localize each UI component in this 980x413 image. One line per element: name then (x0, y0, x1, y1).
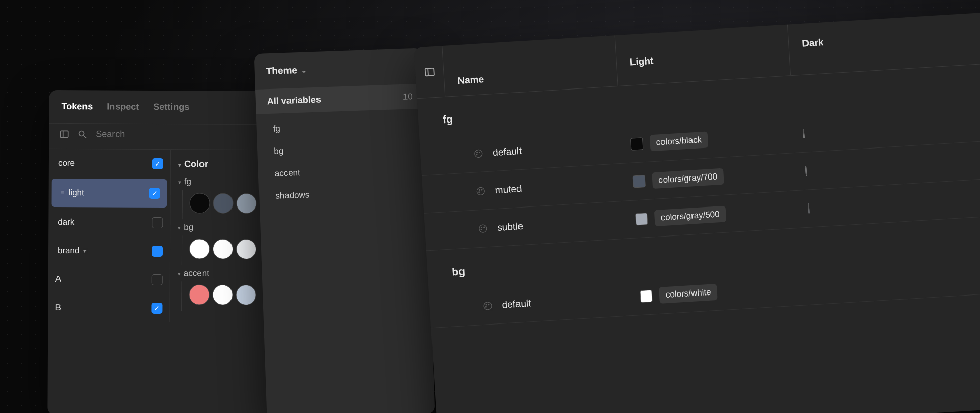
svg-line-5 (428, 68, 428, 76)
color-chip (808, 203, 809, 213)
theme-panel: Theme ⌄ All variables 10 fg bg accent sh… (254, 48, 435, 413)
color-tree: ▾Color ▾fg ▾bg ▾accent (170, 150, 273, 323)
sidebar-toggle-icon[interactable] (59, 129, 69, 139)
svg-point-12 (481, 189, 482, 190)
drag-handle-icon: ≡ (61, 189, 65, 196)
palette-icon (475, 186, 486, 196)
checkbox-checked-icon[interactable]: ✓ (149, 188, 160, 199)
search-input[interactable] (96, 129, 263, 140)
chevron-down-icon: ⌄ (301, 66, 307, 74)
alias-badge[interactable]: colors/gray/700 (652, 168, 724, 189)
swatch[interactable] (212, 285, 233, 305)
caret-down-icon[interactable]: ▾ (178, 179, 181, 185)
color-chip (803, 128, 804, 138)
chevron-down-icon: ▾ (83, 248, 87, 254)
swatch[interactable] (189, 239, 210, 259)
tab-settings[interactable]: Settings (153, 102, 189, 112)
svg-point-19 (486, 304, 487, 305)
svg-point-9 (476, 154, 477, 155)
svg-point-10 (477, 187, 485, 195)
svg-point-8 (479, 152, 480, 153)
svg-rect-4 (425, 68, 434, 76)
sidebar-toggle-icon[interactable] (423, 66, 435, 78)
swatch[interactable] (213, 239, 233, 259)
column-light[interactable]: Light (615, 24, 791, 86)
swatch[interactable] (236, 193, 256, 214)
swatch[interactable] (189, 193, 210, 213)
variables-table: Name Light Dark fg default colors/black … (414, 10, 980, 413)
color-chip (630, 137, 643, 150)
checkbox-checked-icon[interactable]: ✓ (152, 158, 163, 169)
svg-point-6 (474, 150, 482, 158)
svg-point-13 (479, 191, 480, 192)
checkbox-checked-icon[interactable]: ✓ (151, 303, 162, 314)
svg-point-20 (488, 304, 489, 305)
alias-badge[interactable]: colors/black (650, 131, 709, 151)
svg-point-11 (479, 189, 480, 190)
alias-badge[interactable]: colors/gray/500 (654, 205, 727, 226)
color-chip (635, 212, 648, 225)
svg-line-3 (84, 135, 86, 137)
token-set-light[interactable]: ≡light ✓ (51, 179, 167, 208)
svg-rect-0 (61, 131, 68, 137)
svg-point-14 (479, 224, 487, 232)
search-icon (77, 129, 88, 139)
svg-point-2 (79, 131, 84, 136)
color-chip (632, 175, 645, 188)
svg-point-7 (477, 152, 478, 153)
svg-point-18 (484, 302, 492, 310)
svg-point-17 (481, 229, 482, 230)
token-set-brand-a[interactable]: A (48, 265, 170, 294)
alias-badge[interactable]: colors/white (659, 283, 718, 303)
theme-dropdown[interactable]: Theme ⌄ (254, 48, 423, 89)
swatch[interactable] (213, 193, 233, 214)
tab-inspect[interactable]: Inspect (107, 101, 139, 112)
palette-icon (478, 223, 488, 234)
tab-tokens[interactable]: Tokens (61, 101, 93, 112)
checkbox-mixed-icon[interactable]: – (152, 246, 163, 257)
swatch[interactable] (236, 285, 256, 305)
color-chip (805, 166, 807, 175)
tokens-panel: Tokens Inspect Settings core ✓ ≡light ✓ … (47, 90, 273, 413)
token-set-list: core ✓ ≡light ✓ dark brand▾ – A B ✓ (48, 149, 171, 322)
checkbox-empty-icon[interactable] (152, 274, 163, 285)
palette-icon (473, 148, 484, 159)
token-set-core[interactable]: core ✓ (49, 149, 170, 178)
palette-icon (482, 300, 493, 311)
svg-point-15 (481, 227, 482, 228)
color-chip (640, 289, 652, 302)
caret-down-icon[interactable]: ▾ (178, 271, 181, 277)
token-set-brand-b[interactable]: B ✓ (48, 293, 169, 322)
swatch[interactable] (189, 284, 209, 305)
swatch[interactable] (236, 239, 256, 259)
svg-point-21 (485, 306, 486, 307)
checkbox-empty-icon[interactable] (152, 217, 163, 228)
column-name: Name (442, 35, 618, 97)
token-set-dark[interactable]: dark (48, 208, 170, 237)
svg-point-16 (484, 227, 485, 228)
caret-down-icon[interactable]: ▾ (178, 162, 181, 168)
caret-down-icon[interactable]: ▾ (178, 225, 181, 231)
token-set-brand[interactable]: brand▾ – (48, 237, 170, 266)
